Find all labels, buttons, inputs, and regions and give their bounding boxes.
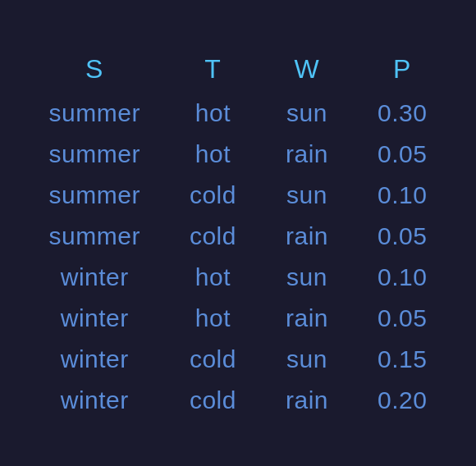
cell-S-6: winter xyxy=(25,339,165,380)
header-P: P xyxy=(353,46,451,93)
cell-W-1: rain xyxy=(261,134,353,175)
cell-S-4: winter xyxy=(25,257,165,298)
table-row: summerhotsun0.30 xyxy=(25,93,452,134)
cell-W-3: rain xyxy=(261,216,353,257)
cell-T-4: hot xyxy=(165,257,261,298)
cell-P-3: 0.05 xyxy=(353,216,451,257)
cell-T-5: hot xyxy=(165,298,261,339)
cell-S-3: summer xyxy=(25,216,165,257)
cell-W-7: rain xyxy=(261,380,353,421)
cell-T-2: cold xyxy=(165,175,261,216)
header-S: S xyxy=(25,46,165,93)
cell-P-7: 0.20 xyxy=(353,380,451,421)
cell-W-2: sun xyxy=(261,175,353,216)
header-T: T xyxy=(165,46,261,93)
cell-T-1: hot xyxy=(165,134,261,175)
header-row: S T W P xyxy=(25,46,452,93)
cell-P-0: 0.30 xyxy=(353,93,451,134)
table-row: summercoldrain0.05 xyxy=(25,216,452,257)
cell-W-4: sun xyxy=(261,257,353,298)
table-row: wintercoldrain0.20 xyxy=(25,380,452,421)
cell-S-1: summer xyxy=(25,134,165,175)
cell-P-1: 0.05 xyxy=(353,134,451,175)
header-W: W xyxy=(261,46,353,93)
cell-W-5: rain xyxy=(261,298,353,339)
table-row: wintercoldsun0.15 xyxy=(25,339,452,380)
cell-P-5: 0.05 xyxy=(353,298,451,339)
cell-T-3: cold xyxy=(165,216,261,257)
cell-P-2: 0.10 xyxy=(353,175,451,216)
table-row: winterhotrain0.05 xyxy=(25,298,452,339)
cell-T-0: hot xyxy=(165,93,261,134)
table-row: winterhotsun0.10 xyxy=(25,257,452,298)
cell-S-5: winter xyxy=(25,298,165,339)
cell-T-6: cold xyxy=(165,339,261,380)
cell-S-2: summer xyxy=(25,175,165,216)
cell-W-0: sun xyxy=(261,93,353,134)
cell-P-4: 0.10 xyxy=(353,257,451,298)
cell-W-6: sun xyxy=(261,339,353,380)
table-row: summerhotrain0.05 xyxy=(25,134,452,175)
table-row: summercoldsun0.10 xyxy=(25,175,452,216)
cell-T-7: cold xyxy=(165,380,261,421)
cell-S-7: winter xyxy=(25,380,165,421)
data-table: S T W P summerhotsun0.30summerhotrain0.0… xyxy=(25,46,452,421)
cell-P-6: 0.15 xyxy=(353,339,451,380)
table-container: S T W P summerhotsun0.30summerhotrain0.0… xyxy=(0,0,476,466)
cell-S-0: summer xyxy=(25,93,165,134)
